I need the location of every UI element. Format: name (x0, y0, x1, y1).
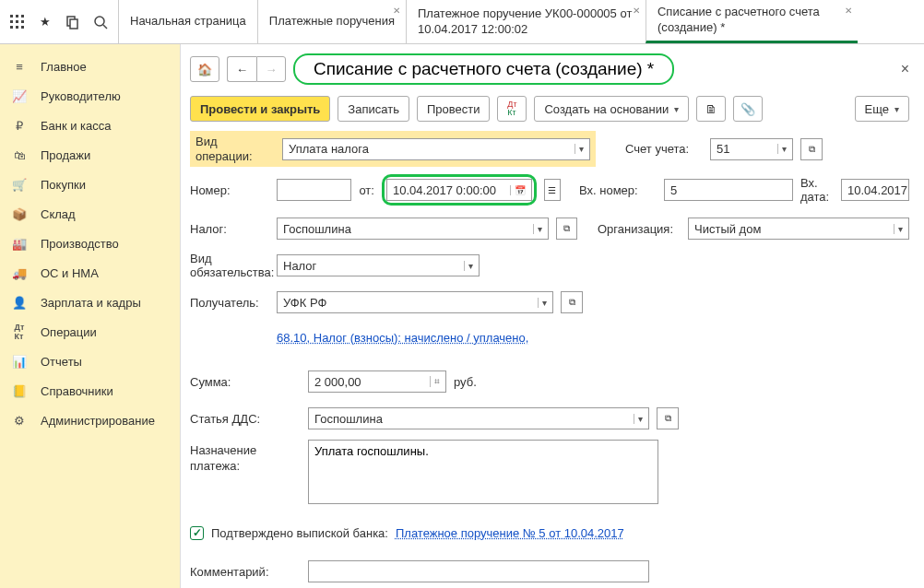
write-button[interactable]: Записать (338, 96, 409, 122)
chevron-down-icon[interactable]: ▾ (533, 224, 542, 234)
tab-label: Списание с расчетного счета (создание) * (657, 5, 847, 36)
svg-rect-0 (10, 15, 13, 18)
sidebar-item-warehouse[interactable]: 📦Склад (0, 199, 180, 229)
history-icon[interactable] (63, 12, 83, 32)
sidebar-item-admin[interactable]: ⚙Администрирование (0, 406, 180, 435)
cart-icon: 🛒 (11, 176, 28, 193)
sidebar-item-assets[interactable]: 🚚ОС и НМА (0, 258, 180, 288)
sidebar-item-production[interactable]: 🏭Производство (0, 229, 180, 258)
calendar-icon[interactable]: 📅 (510, 185, 526, 195)
sidebar-item-label: Зарплата и кадры (41, 296, 141, 310)
close-icon[interactable]: ✕ (393, 6, 400, 16)
chevron-down-icon[interactable]: ▾ (464, 261, 473, 271)
dds-input[interactable]: Госпошлина▾ (308, 407, 649, 429)
chevron-down-icon[interactable]: ▾ (538, 298, 547, 308)
sidebar-item-sales[interactable]: 🛍Продажи (0, 140, 180, 170)
sidebar-item-label: Справочники (41, 384, 113, 398)
obligation-input[interactable]: Налог▾ (277, 254, 480, 276)
sum-label: Сумма: (190, 375, 301, 389)
open-ref-button[interactable]: ⧉ (561, 291, 583, 313)
account-input[interactable]: 51▾ (710, 138, 793, 160)
back-button[interactable]: ← (227, 56, 256, 82)
open-ref-button[interactable]: ⧉ (800, 138, 823, 160)
sidebar-item-hr[interactable]: 👤Зарплата и кадры (0, 288, 180, 317)
toolbar: Провести и закрыть Записать Провести ДтК… (190, 96, 909, 122)
close-icon[interactable]: ✕ (633, 6, 640, 16)
chevron-down-icon[interactable]: ▾ (634, 414, 643, 424)
tab-payments[interactable]: Платежные поручения✕ (257, 0, 406, 43)
tab-label: Начальная страница (130, 14, 246, 29)
calculator-icon[interactable]: ⌗ (430, 376, 440, 387)
book-icon: 📒 (11, 382, 28, 399)
search-icon[interactable] (90, 12, 111, 32)
gear-icon: ⚙ (11, 412, 28, 429)
home-button[interactable]: 🏠 (190, 56, 219, 82)
sum-input[interactable]: 2 000,00⌗ (308, 370, 446, 393)
tab-payment-doc[interactable]: Платежное поручение УК00-000005 от 10.04… (406, 0, 646, 43)
sidebar-item-catalogs[interactable]: 📒Справочники (0, 376, 180, 406)
sidebar-item-main[interactable]: ≡Главное (0, 52, 180, 81)
sidebar-item-manager[interactable]: 📈Руководителю (0, 81, 180, 111)
forward-button[interactable]: → (256, 56, 286, 82)
currency-label: руб. (454, 375, 477, 389)
tab-home[interactable]: Начальная страница (118, 0, 257, 43)
purpose-label: Назначение платежа: (190, 440, 301, 475)
date-input[interactable]: 10.04.2017 0:00:00📅 (386, 179, 532, 201)
create-based-button[interactable]: Создать на основании (534, 96, 689, 122)
recipient-input[interactable]: УФК РФ▾ (277, 291, 553, 313)
chevron-down-icon[interactable]: ▾ (777, 144, 787, 154)
truck-icon: 🚚 (11, 265, 28, 281)
org-input[interactable]: Чистый дом▾ (688, 218, 909, 240)
inc-date-input[interactable]: 10.04.2017 (841, 179, 909, 201)
list-button[interactable]: ☰ (544, 179, 561, 201)
chevron-down-icon[interactable]: ▾ (575, 144, 584, 154)
sidebar-item-label: Главное (41, 60, 87, 74)
tab-writeoff[interactable]: Списание с расчетного счета (создание) *… (646, 0, 858, 43)
sidebar-item-label: Продажи (41, 148, 90, 162)
svg-rect-8 (21, 26, 24, 29)
box-icon: 📦 (11, 206, 28, 222)
open-ref-button[interactable]: ⧉ (556, 218, 578, 240)
attach-button[interactable]: 📎 (733, 96, 763, 122)
svg-line-12 (103, 25, 107, 29)
inc-num-input[interactable]: 5 (664, 179, 793, 201)
apps-icon[interactable] (7, 12, 28, 32)
op-type-input[interactable]: Уплата налога▾ (282, 138, 590, 160)
post-and-close-button[interactable]: Провести и закрыть (190, 96, 330, 122)
sidebar-item-reports[interactable]: 📊Отчеты (0, 347, 180, 376)
tax-label: Налог: (190, 222, 269, 236)
page-title: Списание с расчетного счета (создание) * (293, 53, 674, 85)
purpose-input[interactable] (308, 440, 658, 504)
close-page-button[interactable]: × (901, 61, 909, 77)
number-label: Номер: (190, 183, 269, 197)
close-icon[interactable]: ✕ (845, 6, 852, 16)
sidebar-item-label: Отчеты (41, 355, 82, 369)
tab-label: Платежные поручения (269, 14, 395, 29)
print-button[interactable]: 🗎 (696, 96, 726, 122)
post-button[interactable]: Провести (417, 96, 491, 122)
person-icon: 👤 (11, 294, 28, 311)
sidebar-item-label: Руководителю (41, 89, 121, 103)
svg-rect-4 (16, 20, 18, 23)
sidebar-item-operations[interactable]: ДтКтОперации (0, 317, 180, 347)
inc-date-label: Вх. дата: (800, 176, 834, 205)
bag-icon: 🛍 (11, 147, 28, 163)
comment-input[interactable] (308, 560, 649, 582)
obligation-label: Вид обязательства: (190, 252, 269, 280)
chevron-down-icon[interactable]: ▾ (894, 224, 903, 234)
tax-link[interactable]: 68.10, Налог (взносы): начислено / уплач… (277, 331, 528, 345)
sidebar-item-bank[interactable]: ₽Банк и касса (0, 111, 180, 140)
confirmed-checkbox[interactable]: ✓ (190, 526, 204, 540)
dtkt-button[interactable]: ДтКт (497, 96, 527, 122)
comment-label: Комментарий: (190, 565, 301, 579)
tax-input[interactable]: Госпошлина▾ (277, 218, 549, 240)
number-input[interactable] (277, 179, 351, 201)
confirmed-link[interactable]: Платежное поручение № 5 от 10.04.2017 (396, 526, 624, 540)
open-ref-button[interactable]: ⧉ (657, 407, 679, 429)
sidebar-item-purchases[interactable]: 🛒Покупки (0, 170, 180, 199)
sidebar-item-label: Администрирование (41, 414, 155, 428)
svg-rect-3 (10, 20, 13, 23)
tab-label: Платежное поручение УК00-000005 от 10.04… (418, 6, 634, 38)
star-icon[interactable]: ★ (35, 12, 55, 32)
more-button[interactable]: Еще (855, 96, 909, 122)
